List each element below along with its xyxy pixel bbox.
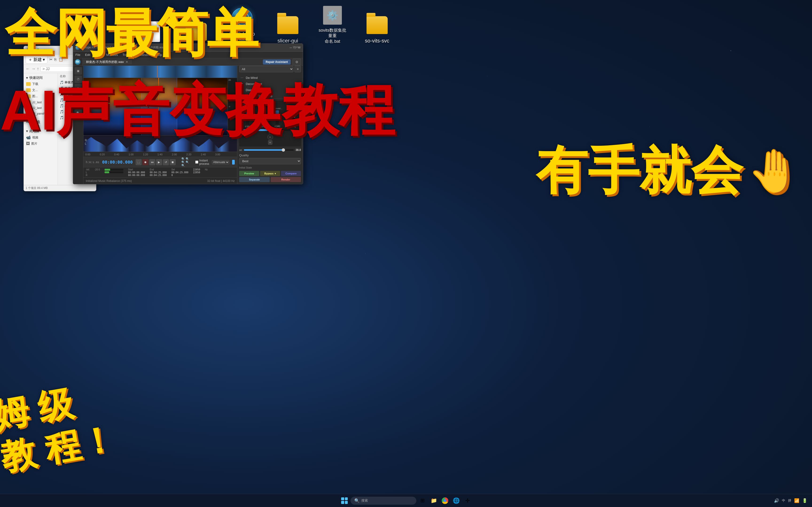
taskbar-extra-icon: ✛ [465,497,470,504]
bypass-button[interactable]: Bypass ▾ [260,171,280,176]
transport-play[interactable]: ▶ [156,159,162,165]
quality-select[interactable]: Best [239,158,301,164]
taskbar-battery-icon[interactable]: 🔋 [802,498,807,503]
desktop-icon-gear-label: sovits数据集批量重 命名.bat [317,28,348,44]
desktop-icon-folder2[interactable]: slicer-gui [272,14,303,44]
taskbar-edge-icon: 🌐 [453,497,460,504]
taskbar-search-icon: 🔍 [354,498,359,503]
rx-minimize-btn[interactable]: ─ [290,46,292,50]
compare-button[interactable]: Compare [281,171,301,176]
overlay-title-middle: AI声音变换教程 [0,73,395,149]
explorer-status-text: 1 个项目 89.4 MB [26,186,48,190]
module-list-toggle[interactable]: ≡ [294,66,301,72]
taskbar-right-area: 🔊 中 拼 📶 🔋 [774,498,807,503]
taskbar-sound-icon[interactable]: 🔊 [774,498,779,503]
taskbar-search-box[interactable]: 🔍 搜索 [351,497,416,505]
explorer-back-btn[interactable]: ← [26,66,30,71]
info-inf: -Inf. L R [86,168,90,176]
explorer-forward-btn[interactable]: → [31,66,36,71]
taskbar-chrome-btn[interactable] [440,496,450,506]
rx-settings-btn[interactable]: ⚙ [293,59,301,65]
taskbar-wifi-icon[interactable]: 📶 [794,498,799,503]
taskbar-lang-pin: 拼 [788,499,791,503]
bottom-info-bar: -Inf. L R -20 0 Start 00:0 [84,167,237,177]
taskbar-search-label: 搜索 [361,499,368,503]
info-hz-label: Hz [205,168,208,176]
quality-section: Quality Best [239,154,301,164]
transport-timecode-fmt: h:m:s.ms [86,161,99,164]
taskbar-center: 🔍 搜索 ⊞ 📁 🌐 ✛ [339,496,473,506]
transport-headphones[interactable]: 🎧 [136,159,142,165]
action-buttons-row2: Separate Render [239,177,301,182]
zoom-controls: 🔍 🔍 🔍 🔍 🔍 [182,157,192,167]
rx-format-info: 32-bit float | 44100 Hz [207,179,235,183]
rx-status-msg: Initialized Music Rebalance (375 ms) [86,179,132,183]
info-end: End 00:04:25.800 00:04:25.800 [150,168,166,176]
instant-process-label: Instant process [195,159,209,165]
on-value: 38.0 [296,148,301,152]
action-buttons: Preview Bypass ▾ Compare [239,171,301,176]
preview-button[interactable]: Preview [239,171,259,176]
transport-prev[interactable]: ⏮ [149,159,155,165]
taskbar: 🔍 搜索 ⊞ 📁 🌐 ✛ 🔊 中 拼 📶 🔋 [0,494,812,507]
quality-label: Quality [239,154,301,157]
taskbar-multitask-icon: ⊞ [420,498,424,504]
info-start: Start 00:00:00.000 00:00:00.000 [128,168,145,176]
taskbar-chrome-icon [442,497,448,504]
taskbar-multitask-btn[interactable]: ⊞ [417,496,427,506]
transport-stop[interactable]: ⏹ [170,159,176,165]
taskbar-explorer-icon: 📁 [431,498,437,504]
info-sel: Sel 00:04:25.800 0 [171,168,189,176]
desktop-icon-folder3-label: so-vits-svc [365,38,389,44]
taskbar-start-button[interactable] [339,496,350,506]
taskbar-lang-zh: 中 [782,499,785,503]
instant-process-checkbox[interactable] [195,161,198,164]
transport-record[interactable]: ⏺ [142,159,149,165]
attenuation-select[interactable]: Attenuate [212,160,229,164]
rx-transport-bar: h:m:s.ms 00:00:00.000 🎧 ⏺ ⏮ ▶ ↺ ⏹ 🔍 🔍 🔍 … [84,157,237,167]
desktop-icon-folder2-label: slicer-gui [277,38,298,44]
rx-status-bar: Initialized Music Rebalance (375 ms) 32-… [84,177,237,184]
explorer-up-btn[interactable]: ↑ [37,66,39,71]
explorer-status-bar: 1 个项目 89.4 MB [24,185,96,191]
meter-bar [232,160,235,165]
module-filter-select[interactable]: All [239,66,294,72]
transport-time-display: 00:00:00.000 [102,160,133,165]
desktop-icon-gear[interactable]: ⚙️ sovits数据集批量重 命名.bat [317,5,348,44]
info-meters [105,168,123,176]
initial-state-label: Initial State [239,166,301,169]
overlay-title-right: 有手就会 🤚 [536,136,800,206]
info-freq: 22050 22050 [193,168,200,176]
separate-button[interactable]: Separate [239,177,270,182]
taskbar-explorer-btn[interactable]: 📁 [428,496,439,506]
transport-loop[interactable]: ↺ [163,159,169,165]
repair-assistant-button[interactable]: Repair Assistant [263,59,291,64]
on-slider[interactable] [244,149,294,151]
taskbar-edge-btn[interactable]: 🌐 [451,496,461,506]
transport-controls: 🎧 ⏺ ⏮ ▶ ↺ ⏹ [136,159,176,165]
desktop-icon-folder3[interactable]: so-vits-svc [362,14,392,44]
taskbar-extra-btn[interactable]: ✛ [462,496,473,506]
overlay-title-top: 全网最简单 [5,7,257,59]
module-filter-area: All ≡ [239,66,301,72]
info-db: -20 0 [94,168,100,176]
on-off-area: on 38.0 [239,148,301,152]
rx-timeline: 0:00 0:20 0:40 1:00 1:20 1:40 2:00 2:20 … [84,152,237,157]
history-label: History [293,46,301,48]
render-button[interactable]: Render [271,177,301,182]
